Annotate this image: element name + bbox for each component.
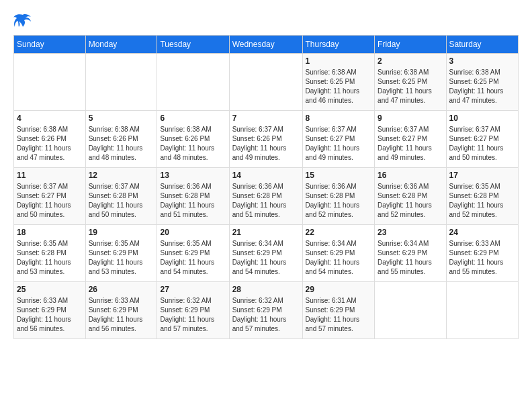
- calendar-cell: [375, 282, 446, 339]
- day-number: 11: [17, 171, 83, 180]
- day-number: 28: [232, 285, 300, 294]
- day-number: 6: [160, 113, 226, 123]
- calendar-cell: 18Sunrise: 6:35 AM Sunset: 6:28 PM Dayli…: [14, 225, 86, 282]
- calendar-cell: 13Sunrise: 6:36 AM Sunset: 6:28 PM Dayli…: [157, 168, 229, 225]
- day-info: Sunrise: 6:38 AM Sunset: 6:26 PM Dayligh…: [89, 125, 154, 163]
- calendar-cell: 17Sunrise: 6:35 AM Sunset: 6:28 PM Dayli…: [446, 168, 518, 225]
- day-number: 19: [89, 228, 154, 237]
- calendar-week-row: 1Sunrise: 6:38 AM Sunset: 6:25 PM Daylig…: [14, 54, 519, 111]
- logo-bird-icon: [13, 13, 32, 28]
- calendar-cell: 4Sunrise: 6:38 AM Sunset: 6:26 PM Daylig…: [14, 111, 86, 168]
- day-info: Sunrise: 6:32 AM Sunset: 6:29 PM Dayligh…: [160, 296, 226, 334]
- day-number: 9: [378, 113, 443, 123]
- day-number: 13: [160, 171, 226, 180]
- day-info: Sunrise: 6:37 AM Sunset: 6:27 PM Dayligh…: [378, 125, 443, 163]
- calendar-cell: 14Sunrise: 6:36 AM Sunset: 6:28 PM Dayli…: [229, 168, 302, 225]
- day-info: Sunrise: 6:37 AM Sunset: 6:27 PM Dayligh…: [449, 125, 515, 163]
- day-number: 21: [232, 228, 300, 237]
- day-info: Sunrise: 6:36 AM Sunset: 6:28 PM Dayligh…: [378, 182, 443, 220]
- day-info: Sunrise: 6:31 AM Sunset: 6:29 PM Dayligh…: [306, 296, 372, 334]
- calendar-week-row: 4Sunrise: 6:38 AM Sunset: 6:26 PM Daylig…: [14, 111, 519, 168]
- calendar-cell: 23Sunrise: 6:34 AM Sunset: 6:29 PM Dayli…: [375, 225, 446, 282]
- weekday-header-row: SundayMondayTuesdayWednesdayThursdayFrid…: [14, 36, 519, 54]
- day-info: Sunrise: 6:36 AM Sunset: 6:28 PM Dayligh…: [232, 182, 300, 220]
- calendar-cell: 8Sunrise: 6:37 AM Sunset: 6:27 PM Daylig…: [302, 111, 375, 168]
- day-info: Sunrise: 6:32 AM Sunset: 6:29 PM Dayligh…: [232, 296, 300, 334]
- day-info: Sunrise: 6:33 AM Sunset: 6:29 PM Dayligh…: [89, 296, 154, 334]
- weekday-header-sunday: Sunday: [14, 36, 86, 54]
- day-number: 3: [449, 56, 515, 66]
- calendar-cell: 22Sunrise: 6:34 AM Sunset: 6:29 PM Dayli…: [302, 225, 375, 282]
- calendar-cell: 11Sunrise: 6:37 AM Sunset: 6:27 PM Dayli…: [14, 168, 86, 225]
- calendar-cell: 15Sunrise: 6:36 AM Sunset: 6:28 PM Dayli…: [302, 168, 375, 225]
- weekday-header-thursday: Thursday: [302, 36, 375, 54]
- day-number: 23: [378, 228, 443, 237]
- calendar-cell: 28Sunrise: 6:32 AM Sunset: 6:29 PM Dayli…: [229, 282, 302, 339]
- calendar-cell: [14, 54, 86, 111]
- day-number: 14: [232, 171, 300, 180]
- day-number: 2: [378, 56, 443, 66]
- day-info: Sunrise: 6:38 AM Sunset: 6:25 PM Dayligh…: [449, 68, 515, 105]
- day-info: Sunrise: 6:33 AM Sunset: 6:29 PM Dayligh…: [17, 296, 83, 334]
- calendar-cell: 5Sunrise: 6:38 AM Sunset: 6:26 PM Daylig…: [85, 111, 157, 168]
- calendar-week-row: 18Sunrise: 6:35 AM Sunset: 6:28 PM Dayli…: [14, 225, 519, 282]
- day-info: Sunrise: 6:35 AM Sunset: 6:28 PM Dayligh…: [17, 239, 83, 277]
- calendar-cell: 21Sunrise: 6:34 AM Sunset: 6:29 PM Dayli…: [229, 225, 302, 282]
- weekday-header-monday: Monday: [85, 36, 157, 54]
- day-number: 15: [306, 171, 372, 180]
- calendar-cell: 27Sunrise: 6:32 AM Sunset: 6:29 PM Dayli…: [157, 282, 229, 339]
- day-number: 10: [449, 113, 515, 123]
- day-info: Sunrise: 6:35 AM Sunset: 6:29 PM Dayligh…: [160, 239, 226, 277]
- day-number: 4: [17, 113, 83, 123]
- day-info: Sunrise: 6:37 AM Sunset: 6:28 PM Dayligh…: [89, 182, 154, 220]
- day-info: Sunrise: 6:34 AM Sunset: 6:29 PM Dayligh…: [232, 239, 300, 277]
- day-number: 7: [232, 113, 300, 123]
- calendar-cell: 24Sunrise: 6:33 AM Sunset: 6:29 PM Dayli…: [446, 225, 518, 282]
- calendar-cell: 26Sunrise: 6:33 AM Sunset: 6:29 PM Dayli…: [85, 282, 157, 339]
- calendar-cell: 6Sunrise: 6:38 AM Sunset: 6:26 PM Daylig…: [157, 111, 229, 168]
- calendar-cell: [446, 282, 518, 339]
- calendar-week-row: 25Sunrise: 6:33 AM Sunset: 6:29 PM Dayli…: [14, 282, 519, 339]
- calendar-cell: 20Sunrise: 6:35 AM Sunset: 6:29 PM Dayli…: [157, 225, 229, 282]
- calendar-cell: 25Sunrise: 6:33 AM Sunset: 6:29 PM Dayli…: [14, 282, 86, 339]
- day-number: 22: [306, 228, 372, 237]
- day-number: 1: [306, 56, 372, 66]
- day-info: Sunrise: 6:37 AM Sunset: 6:26 PM Dayligh…: [232, 125, 300, 163]
- calendar-cell: 9Sunrise: 6:37 AM Sunset: 6:27 PM Daylig…: [375, 111, 446, 168]
- calendar-cell: 2Sunrise: 6:38 AM Sunset: 6:25 PM Daylig…: [375, 54, 446, 111]
- calendar-week-row: 11Sunrise: 6:37 AM Sunset: 6:27 PM Dayli…: [14, 168, 519, 225]
- day-number: 29: [306, 285, 372, 294]
- calendar-cell: 1Sunrise: 6:38 AM Sunset: 6:25 PM Daylig…: [302, 54, 375, 111]
- calendar-cell: 29Sunrise: 6:31 AM Sunset: 6:29 PM Dayli…: [302, 282, 375, 339]
- day-info: Sunrise: 6:38 AM Sunset: 6:25 PM Dayligh…: [378, 68, 443, 105]
- day-number: 25: [17, 285, 83, 294]
- calendar-cell: [157, 54, 229, 111]
- day-info: Sunrise: 6:38 AM Sunset: 6:26 PM Dayligh…: [17, 125, 83, 163]
- weekday-header-friday: Friday: [375, 36, 446, 54]
- calendar-cell: 10Sunrise: 6:37 AM Sunset: 6:27 PM Dayli…: [446, 111, 518, 168]
- day-info: Sunrise: 6:38 AM Sunset: 6:25 PM Dayligh…: [306, 68, 372, 105]
- calendar-body: 1Sunrise: 6:38 AM Sunset: 6:25 PM Daylig…: [14, 54, 519, 339]
- day-number: 27: [160, 285, 226, 294]
- logo: [13, 13, 35, 28]
- day-info: Sunrise: 6:36 AM Sunset: 6:28 PM Dayligh…: [160, 182, 226, 220]
- calendar-header: SundayMondayTuesdayWednesdayThursdayFrid…: [14, 36, 519, 54]
- weekday-header-saturday: Saturday: [446, 36, 518, 54]
- calendar-cell: [85, 54, 157, 111]
- day-info: Sunrise: 6:37 AM Sunset: 6:27 PM Dayligh…: [306, 125, 372, 163]
- calendar-cell: 12Sunrise: 6:37 AM Sunset: 6:28 PM Dayli…: [85, 168, 157, 225]
- calendar-table: SundayMondayTuesdayWednesdayThursdayFrid…: [13, 35, 519, 339]
- calendar-cell: 3Sunrise: 6:38 AM Sunset: 6:25 PM Daylig…: [446, 54, 518, 111]
- calendar-cell: 7Sunrise: 6:37 AM Sunset: 6:26 PM Daylig…: [229, 111, 302, 168]
- day-info: Sunrise: 6:35 AM Sunset: 6:29 PM Dayligh…: [89, 239, 154, 277]
- day-info: Sunrise: 6:34 AM Sunset: 6:29 PM Dayligh…: [306, 239, 372, 277]
- day-info: Sunrise: 6:33 AM Sunset: 6:29 PM Dayligh…: [449, 239, 515, 277]
- calendar-cell: [229, 54, 302, 111]
- day-info: Sunrise: 6:34 AM Sunset: 6:29 PM Dayligh…: [378, 239, 443, 277]
- day-info: Sunrise: 6:38 AM Sunset: 6:26 PM Dayligh…: [160, 125, 226, 163]
- day-info: Sunrise: 6:36 AM Sunset: 6:28 PM Dayligh…: [306, 182, 372, 220]
- day-number: 16: [378, 171, 443, 180]
- page-header: [13, 13, 519, 28]
- day-info: Sunrise: 6:35 AM Sunset: 6:28 PM Dayligh…: [449, 182, 515, 220]
- day-number: 8: [306, 113, 372, 123]
